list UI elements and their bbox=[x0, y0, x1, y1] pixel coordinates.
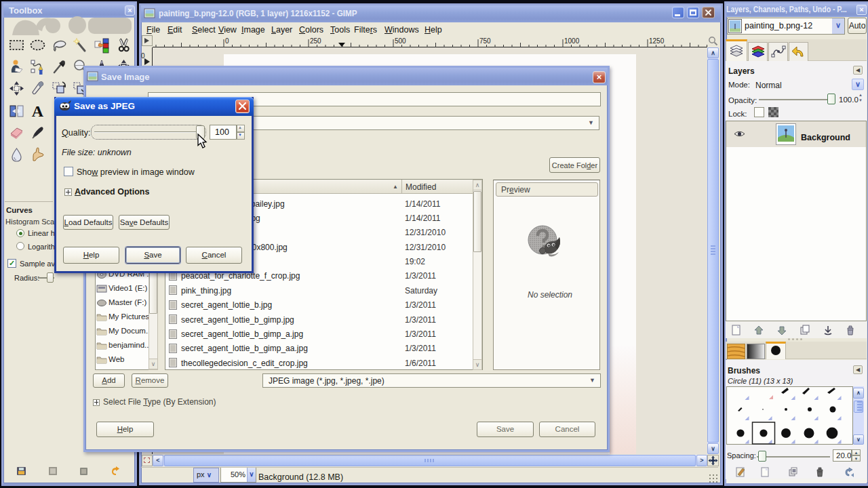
svg-text:1250: 1250 bbox=[649, 37, 665, 45]
svg-text:1000: 1000 bbox=[564, 37, 580, 45]
svg-text:250: 250 bbox=[310, 37, 321, 45]
svg-text:0: 0 bbox=[225, 37, 229, 45]
svg-text:500: 500 bbox=[395, 37, 406, 45]
svg-text:750: 750 bbox=[479, 37, 491, 45]
svg-text:A: A bbox=[32, 102, 44, 120]
